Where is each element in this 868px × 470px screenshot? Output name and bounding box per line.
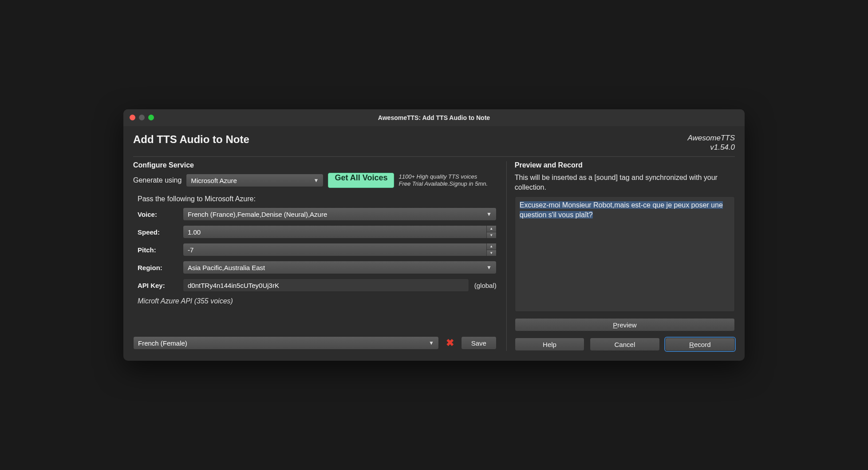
record-button[interactable]: Record [665, 338, 735, 351]
speed-value[interactable]: 1.00 [183, 226, 486, 238]
service-description: Microft Azure API (355 voices) [138, 297, 497, 305]
app-version-number: v1.54.0 [710, 143, 735, 151]
pitch-input[interactable]: -7 ▲ ▼ [183, 243, 497, 256]
preview-description: This will be inserted as a [sound] tag a… [515, 173, 735, 192]
help-button[interactable]: Help [515, 338, 584, 351]
traffic-lights [130, 115, 154, 120]
voice-label: Voice: [138, 211, 178, 218]
pass-label: Pass the following to Microsoft Azure: [138, 195, 497, 203]
preview-text: Excusez-moi Monsieur Robot,mais est-ce q… [520, 201, 723, 219]
pitch-value[interactable]: -7 [183, 243, 486, 256]
generate-label: Generate using [133, 176, 181, 184]
voice-select-value: French (France),Female,Denise (Neural),A… [188, 211, 327, 218]
preview-panel: Preview and Record This will be inserted… [506, 161, 735, 351]
speed-step-down[interactable]: ▼ [487, 232, 496, 239]
app-name: AwesomeTTS [688, 134, 735, 142]
promo-line1: 1100+ High quality TTS voices [398, 173, 477, 180]
minimize-icon[interactable] [139, 115, 145, 120]
dialog-window: AwesomeTTS: Add TTS Audio to Note Add TT… [123, 109, 745, 361]
speed-step-up[interactable]: ▲ [487, 226, 496, 232]
apikey-scope: (global) [474, 282, 497, 289]
speed-input[interactable]: 1.00 ▲ ▼ [183, 225, 497, 239]
apikey-label: API Key: [138, 282, 178, 289]
region-label: Region: [138, 264, 178, 271]
close-icon[interactable] [130, 115, 135, 120]
save-button[interactable]: Save [461, 336, 497, 350]
service-select[interactable]: Microsoft Azure ▼ [186, 174, 324, 187]
chevron-down-icon: ▼ [314, 177, 319, 183]
titlebar[interactable]: AwesomeTTS: Add TTS Audio to Note [123, 109, 745, 126]
pitch-step-up[interactable]: ▲ [487, 243, 496, 250]
chevron-down-icon: ▼ [429, 340, 434, 346]
delete-preset-icon[interactable]: ✖ [444, 337, 456, 349]
preset-select[interactable]: French (Female) ▼ [133, 336, 439, 350]
voice-select[interactable]: French (France),Female,Denise (Neural),A… [183, 207, 497, 221]
apikey-value: d0ntTRy4n144in5cUTey0Uj3rK [188, 282, 279, 289]
pitch-step-down[interactable]: ▼ [487, 250, 496, 256]
preview-textarea[interactable]: Excusez-moi Monsieur Robot,mais est-ce q… [515, 196, 735, 312]
service-select-value: Microsoft Azure [191, 177, 237, 184]
cancel-button[interactable]: Cancel [590, 338, 659, 351]
page-title: Add TTS Audio to Note [133, 133, 249, 146]
apikey-input[interactable]: d0ntTRy4n144in5cUTey0Uj3rK [183, 279, 469, 292]
promo-text: 1100+ High quality TTS voices Free Trial… [398, 173, 488, 188]
region-select-value: Asia Pacific,Australia East [188, 264, 265, 271]
pitch-label: Pitch: [138, 246, 178, 254]
preview-title: Preview and Record [515, 161, 735, 169]
chevron-down-icon: ▼ [486, 211, 492, 217]
maximize-icon[interactable] [148, 115, 154, 120]
get-all-voices-button[interactable]: Get All Voices [328, 173, 394, 188]
app-version: AwesomeTTS v1.54.0 [688, 133, 735, 152]
window-title: AwesomeTTS: Add TTS Audio to Note [123, 114, 745, 121]
configure-title: Configure Service [133, 161, 497, 169]
speed-label: Speed: [138, 228, 178, 236]
promo-line2: Free Trial Available.Signup in 5mn. [398, 180, 488, 187]
preset-select-value: French (Female) [138, 339, 187, 347]
region-select[interactable]: Asia Pacific,Australia East ▼ [183, 261, 497, 274]
chevron-down-icon: ▼ [486, 264, 492, 271]
preview-button[interactable]: Preview [515, 318, 735, 331]
configure-panel: Configure Service Generate using Microso… [133, 161, 497, 351]
